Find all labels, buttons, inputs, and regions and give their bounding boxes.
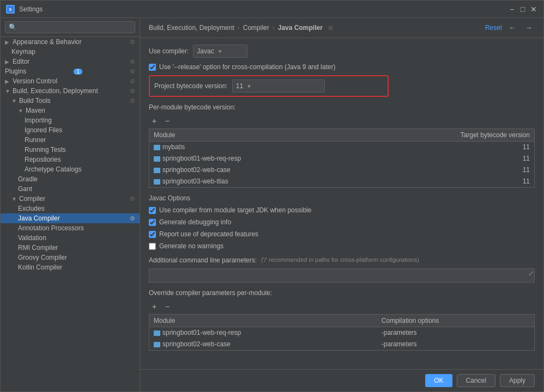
- reset-button[interactable]: Reset: [485, 24, 502, 32]
- module-name: springboot03-web-tlias: [149, 176, 447, 187]
- module-table-container: Module Target bytecode version mybatis 1…: [149, 128, 535, 188]
- cancel-button[interactable]: Cancel: [457, 374, 495, 387]
- sidebar-item-maven[interactable]: ▼ Maven: [1, 106, 140, 115]
- bytecode-version-select[interactable]: 11 ▼: [232, 79, 325, 93]
- forward-button[interactable]: →: [523, 22, 535, 33]
- arrow-icon: ▶: [5, 59, 10, 65]
- option1-label: Use compiler from module target JDK when…: [159, 206, 311, 214]
- close-button[interactable]: ✕: [529, 5, 538, 14]
- sidebar-item-label: Archetype Catalogs: [25, 166, 82, 173]
- col-version: Target bytecode version: [447, 129, 534, 142]
- sidebar-item-compiler[interactable]: ▼ Compiler ⚙: [1, 194, 140, 204]
- sidebar-item-groovy-compiler[interactable]: Groovy Compiler: [1, 253, 140, 262]
- sidebar-item-keymap[interactable]: Keymap: [1, 47, 140, 57]
- sidebar-item-label: Keymap: [11, 48, 35, 56]
- arrow-icon: ▼: [5, 88, 10, 94]
- module-version: 11: [447, 142, 534, 153]
- override-table: Module Compilation options springboot01-…: [149, 315, 534, 350]
- breadcrumb-2: Compiler: [243, 24, 269, 32]
- sidebar-item-gradle[interactable]: Gradle: [1, 174, 140, 184]
- cross-compile-checkbox[interactable]: [149, 64, 156, 71]
- compiler-select[interactable]: Javac ▼: [193, 45, 247, 58]
- breadcrumb-sep-2: ›: [273, 24, 275, 32]
- sidebar-item-label: Plugins: [5, 68, 26, 75]
- sidebar-item-editor[interactable]: ▶ Editor ⚙: [1, 57, 140, 66]
- module-version: 11: [447, 176, 534, 187]
- sidebar-item-label: RMI Compiler: [18, 244, 58, 252]
- sidebar-item-label: Annotation Processors: [18, 224, 84, 232]
- option3-row: Report use of deprecated features: [149, 230, 535, 238]
- sidebar-item-java-compiler[interactable]: Java Compiler ⚙: [1, 213, 140, 223]
- apply-button[interactable]: Apply: [500, 374, 535, 387]
- ok-button[interactable]: OK: [425, 374, 452, 387]
- cross-compile-label: Use '--release' option for cross-compila…: [159, 63, 335, 71]
- option4-label: Generate no warnings: [159, 242, 223, 250]
- cmd-params-input[interactable]: [149, 268, 535, 283]
- maximize-button[interactable]: □: [518, 5, 527, 14]
- override-module-name: springboot01-web-req-resp: [149, 327, 377, 339]
- search-input[interactable]: [5, 21, 135, 33]
- dropdown-arrow-icon: ▼: [246, 83, 252, 89]
- sidebar-item-annotation-processors[interactable]: Annotation Processors: [1, 223, 140, 233]
- breadcrumb-icon: ⊞: [328, 24, 333, 32]
- add-module-button[interactable]: +: [149, 115, 160, 126]
- sidebar-item-excludes[interactable]: Excludes: [1, 204, 140, 213]
- settings-icon: ⚙: [130, 68, 135, 75]
- sidebar-item-label: Kotlin Compiler: [18, 264, 62, 271]
- sidebar-item-repositories[interactable]: Repositories: [1, 155, 140, 164]
- expand-button[interactable]: ⤢: [528, 270, 534, 277]
- add-override-button[interactable]: +: [149, 301, 160, 312]
- arrow-icon: ▼: [11, 196, 17, 202]
- option1-row: Use compiler from module target JDK when…: [149, 206, 535, 214]
- sidebar-item-rmi-compiler[interactable]: RMI Compiler: [1, 243, 140, 253]
- settings-icon: ⚙: [130, 39, 135, 46]
- sidebar-item-build-tools[interactable]: ▼ Build Tools ⚙: [1, 96, 140, 106]
- option3-checkbox[interactable]: [149, 231, 156, 238]
- remove-module-button[interactable]: −: [162, 115, 173, 126]
- sidebar-item-ignored-files[interactable]: Ignored Files: [1, 125, 140, 135]
- use-compiler-label: Use compiler:: [149, 47, 189, 55]
- cmd-params-label: Additional command line parameters:: [149, 254, 257, 264]
- back-button[interactable]: ←: [506, 22, 518, 33]
- bytecode-version-value: 11: [236, 82, 243, 90]
- option2-checkbox[interactable]: [149, 219, 156, 226]
- option1-checkbox[interactable]: [149, 207, 156, 214]
- sidebar-item-label: Repositories: [25, 156, 61, 163]
- settings-icon: ⚙: [130, 58, 135, 65]
- settings-icon: ⚙: [130, 97, 135, 105]
- override-options: -parameters: [377, 339, 534, 350]
- override-module-name: springboot02-web-case: [149, 339, 377, 350]
- sidebar-item-version-control[interactable]: ▶ Version Control ⚙: [1, 76, 140, 86]
- table-row: springboot02-web-case -parameters: [149, 339, 534, 350]
- breadcrumb-sep-1: ›: [238, 24, 240, 32]
- cmd-params-hint: ('/' recommended in paths for cross-plat…: [261, 254, 419, 263]
- search-box: [1, 18, 140, 37]
- sidebar-item-label: Ignored Files: [25, 126, 62, 134]
- cmd-field-wrapper: ⤢: [149, 268, 535, 283]
- sidebar-item-build-execution[interactable]: ▼ Build, Execution, Deployment ⚙: [1, 86, 140, 96]
- override-table-toolbar: + −: [149, 301, 535, 312]
- sidebar-item-appearance[interactable]: ▶ Appearance & Behavior ⚙: [1, 37, 140, 47]
- footer-bar: OK Cancel Apply: [140, 369, 543, 391]
- sidebar-item-label: Excludes: [18, 205, 45, 212]
- sidebar-item-importing[interactable]: Importing: [1, 115, 140, 125]
- override-label: Override compiler parameters per-module:: [149, 289, 535, 297]
- sidebar-item-kotlin-compiler[interactable]: Kotlin Compiler: [1, 262, 140, 272]
- sidebar-item-runner[interactable]: Runner: [1, 135, 140, 145]
- remove-override-button[interactable]: −: [162, 301, 173, 312]
- option4-checkbox[interactable]: [149, 243, 156, 250]
- table-row: springboot03-web-tlias 11: [149, 176, 534, 187]
- sidebar-item-plugins[interactable]: Plugins 1 ⚙: [1, 66, 140, 76]
- col-module: Module: [149, 129, 447, 142]
- minimize-button[interactable]: −: [507, 5, 516, 14]
- sidebar-item-running-tests[interactable]: Running Tests: [1, 145, 140, 155]
- breadcrumb-actions: Reset ← →: [485, 22, 535, 33]
- sidebar-item-archetype-catalogs[interactable]: Archetype Catalogs: [1, 164, 140, 174]
- module-name: springboot02-web-case: [149, 164, 447, 176]
- breadcrumb-1: Build, Execution, Deployment: [149, 24, 234, 32]
- arrow-icon: ▶: [5, 39, 10, 45]
- sidebar-item-validation[interactable]: Validation: [1, 233, 140, 243]
- settings-content: Use compiler: Javac ▼ Use '--release' op…: [140, 38, 543, 369]
- sidebar-item-label: Editor: [13, 58, 29, 65]
- sidebar-item-gant[interactable]: Gant: [1, 184, 140, 194]
